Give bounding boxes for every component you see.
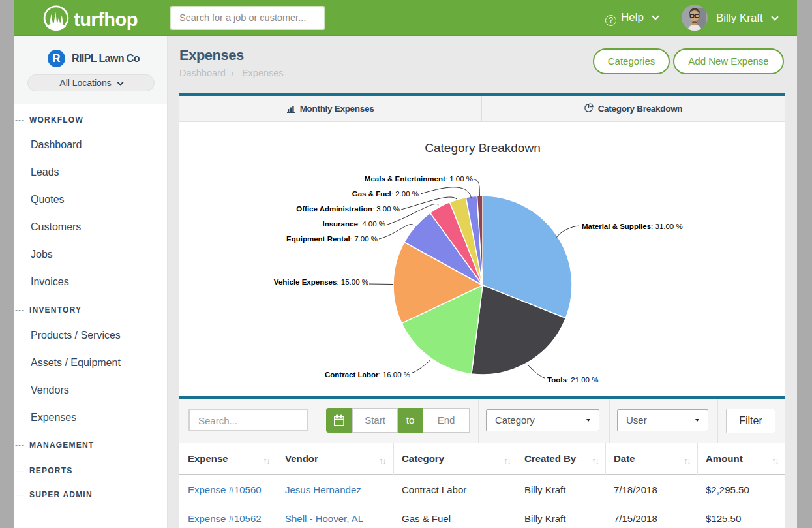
svg-text:Gas & Fuel: 2.00 %: Gas & Fuel: 2.00 % — [352, 190, 419, 198]
svg-text:Insurance: 4.00 %: Insurance: 4.00 % — [322, 220, 385, 228]
svg-text:Tools: 21.00 %: Tools: 21.00 % — [547, 376, 598, 384]
svg-text:Contract Labor: 16.00 %: Contract Labor: 16.00 % — [325, 371, 410, 379]
svg-text:Vehicle Expenses: 15.00 %: Vehicle Expenses: 15.00 % — [274, 278, 368, 286]
svg-text:Category Breakdown: Category Breakdown — [425, 141, 540, 155]
svg-text:Meals & Entertainment: 1.00 %: Meals & Entertainment: 1.00 % — [365, 175, 473, 183]
svg-text:Equipment Rental: 7.00 %: Equipment Rental: 7.00 % — [286, 235, 378, 243]
svg-text:Office Administration: 3.00 %: Office Administration: 3.00 % — [296, 205, 400, 213]
svg-text:Material & Supplies: 31.00 %: Material & Supplies: 31.00 % — [582, 223, 683, 230]
